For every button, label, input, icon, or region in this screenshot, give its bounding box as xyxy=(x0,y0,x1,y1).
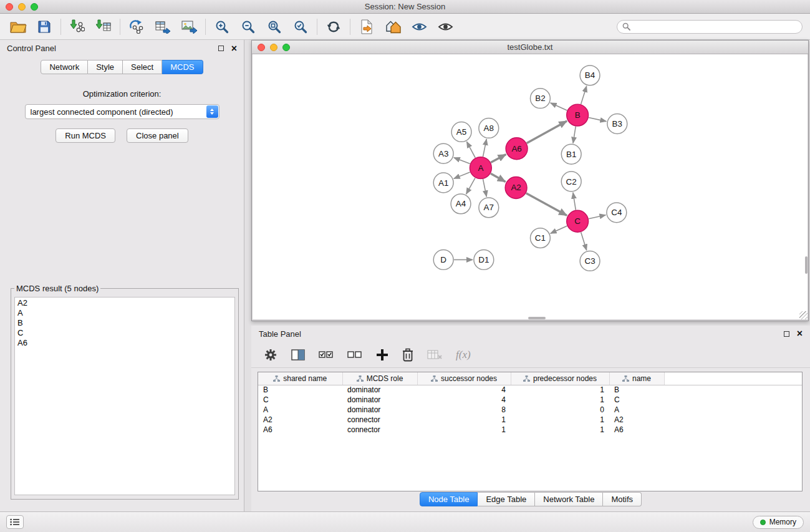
search-input[interactable] xyxy=(634,22,797,31)
result-list-item[interactable]: A2 xyxy=(17,298,232,308)
graph-edge-A-A3[interactable] xyxy=(454,158,470,164)
home-button[interactable] xyxy=(380,16,406,37)
graph-node-A5[interactable]: A5 xyxy=(451,122,471,142)
vertical-scrollbar-thumb[interactable] xyxy=(805,256,808,274)
table-row[interactable]: Bdominator41B xyxy=(258,385,802,395)
result-list-item[interactable]: B xyxy=(17,318,232,328)
graph-edge-C-C1[interactable] xyxy=(551,226,567,233)
graph-edge-A-A1[interactable] xyxy=(454,172,470,178)
close-panel-icon[interactable]: × xyxy=(231,45,237,52)
graph-node-C1[interactable]: C1 xyxy=(530,228,550,248)
graph-node-A7[interactable]: A7 xyxy=(479,198,499,218)
graph-edge-A-A2[interactable] xyxy=(491,173,506,181)
graph-node-A1[interactable]: A1 xyxy=(433,173,453,193)
graph-edge-B-B4[interactable] xyxy=(581,86,587,104)
graph-edge-A-A5[interactable] xyxy=(466,142,475,158)
close-panel-button[interactable]: Close panel xyxy=(127,128,188,143)
graph-node-B2[interactable]: B2 xyxy=(530,89,550,109)
graph-node-A[interactable]: A xyxy=(470,157,491,179)
tab-select[interactable]: Select xyxy=(123,60,162,74)
float-table-panel-icon[interactable] xyxy=(784,331,789,337)
graph-edge-A-A6[interactable] xyxy=(491,154,506,162)
graph-edge-A6-B[interactable] xyxy=(527,121,567,143)
zoom-selected-button[interactable] xyxy=(287,16,314,37)
graph-node-A8[interactable]: A8 xyxy=(479,118,499,138)
graph-edge-B-B2[interactable] xyxy=(551,103,567,110)
graph-node-A6[interactable]: A6 xyxy=(506,138,528,160)
graph-node-B[interactable]: B xyxy=(567,104,589,126)
criterion-dropdown[interactable]: largest connected component (directed) xyxy=(25,104,219,119)
network-canvas[interactable]: B4B2BB3A5A8A6A3B1AC2A1A2A4A7C4CC1C3DD1 xyxy=(253,54,808,319)
open-recent-file-button[interactable] xyxy=(354,16,380,37)
graph-edge-B-B3[interactable] xyxy=(589,117,606,121)
zoom-fit-button[interactable] xyxy=(261,16,287,37)
search-field[interactable] xyxy=(617,20,803,34)
zoom-in-button[interactable] xyxy=(209,16,235,37)
horizontal-scrollbar-thumb[interactable] xyxy=(528,317,546,319)
task-history-button[interactable] xyxy=(6,515,24,529)
maximize-network-button[interactable] xyxy=(282,44,290,51)
import-network-button[interactable] xyxy=(64,16,90,37)
float-panel-icon[interactable] xyxy=(218,46,224,51)
run-mcds-button[interactable]: Run MCDS xyxy=(55,128,115,143)
tab-edge-table[interactable]: Edge Table xyxy=(478,492,535,506)
result-list-item[interactable]: A xyxy=(17,308,232,318)
graph-node-B1[interactable]: B1 xyxy=(561,144,581,164)
mcds-result-list[interactable]: A2 A B C A6 xyxy=(14,297,235,495)
memory-button[interactable]: Memory xyxy=(753,516,804,529)
graph-edge-B-B1[interactable] xyxy=(573,127,576,143)
graph-edge-C-C3[interactable] xyxy=(581,232,587,250)
export-network-button[interactable] xyxy=(123,16,150,37)
graph-edge-C-C4[interactable] xyxy=(589,215,605,219)
import-table-button[interactable] xyxy=(90,16,117,37)
delete-column-button[interactable] xyxy=(402,348,413,362)
table-row[interactable]: A2connector11A2 xyxy=(258,415,802,425)
window-resize-grip[interactable] xyxy=(799,311,808,319)
maximize-window-button[interactable] xyxy=(31,3,38,11)
minimize-network-button[interactable] xyxy=(270,44,277,51)
graph-edge-C-C2[interactable] xyxy=(573,193,576,210)
close-window-button[interactable] xyxy=(6,3,13,11)
column-header-shared-name[interactable]: shared name xyxy=(258,372,342,385)
table-row[interactable]: Cdominator41C xyxy=(258,395,802,405)
select-all-button[interactable] xyxy=(319,351,334,359)
graph-node-C[interactable]: C xyxy=(567,210,589,232)
close-table-panel-icon[interactable]: × xyxy=(797,330,803,337)
close-network-button[interactable] xyxy=(258,44,265,51)
graph-node-A2[interactable]: A2 xyxy=(505,177,527,199)
tab-mcds[interactable]: MCDS xyxy=(162,60,203,74)
graph-node-C4[interactable]: C4 xyxy=(607,203,627,223)
zoom-out-button[interactable] xyxy=(235,16,261,37)
tab-motifs[interactable]: Motifs xyxy=(603,492,642,506)
minimize-window-button[interactable] xyxy=(18,3,26,11)
column-header-predecessor-nodes[interactable]: predecessor nodes xyxy=(511,372,609,385)
show-columns-button[interactable] xyxy=(291,349,305,361)
graph-node-B4[interactable]: B4 xyxy=(580,65,600,85)
export-image-button[interactable] xyxy=(176,16,202,37)
graph-edge-A-A4[interactable] xyxy=(466,178,475,194)
tab-network-table[interactable]: Network Table xyxy=(535,492,603,506)
result-list-item[interactable]: C xyxy=(17,328,232,338)
tab-node-table[interactable]: Node Table xyxy=(420,492,478,506)
graph-node-D[interactable]: D xyxy=(433,250,453,270)
result-list-item[interactable]: A6 xyxy=(17,338,232,348)
column-header-name[interactable]: name xyxy=(609,372,664,385)
apply-layout-button[interactable] xyxy=(321,16,347,37)
deselect-all-button[interactable] xyxy=(347,351,362,359)
table-row[interactable]: A6connector11A6 xyxy=(258,425,802,435)
export-table-button[interactable] xyxy=(150,16,176,37)
graph-edge-A2-C[interactable] xyxy=(526,193,567,216)
function-builder-button[interactable]: f(x) xyxy=(456,349,471,361)
show-hide-panels-button[interactable] xyxy=(432,16,458,37)
graphics-details-button[interactable] xyxy=(406,16,432,37)
graph-node-A4[interactable]: A4 xyxy=(451,194,471,214)
open-session-button[interactable] xyxy=(5,16,31,37)
column-header-mcds-role[interactable]: MCDS role xyxy=(342,372,417,385)
table-row[interactable]: Adominator80A xyxy=(258,405,802,415)
tab-network[interactable]: Network xyxy=(41,60,88,74)
graph-node-C2[interactable]: C2 xyxy=(561,172,581,191)
tab-style[interactable]: Style xyxy=(88,60,123,74)
add-column-button[interactable] xyxy=(376,349,388,361)
column-header-successor-nodes[interactable]: successor nodes xyxy=(417,372,511,385)
graph-edge-A-A7[interactable] xyxy=(483,179,487,196)
